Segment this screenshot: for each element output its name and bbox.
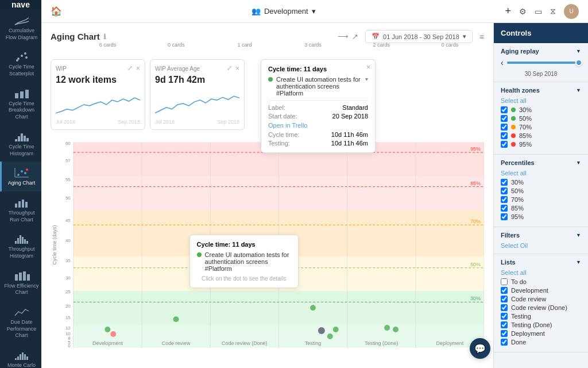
svg-text:Code review (Done): Code review (Done) [222,340,268,346]
sidebar-item-cumulative-flow[interactable]: Cumulative Flow Diagram [0,9,41,45]
chat-button[interactable]: 💬 [470,338,490,359]
info-icon[interactable]: ℹ [103,33,106,41]
health-zone-item-85[interactable]: 85% [501,132,581,139]
filters-title[interactable]: Filters ▼ [501,232,581,239]
health-zone-70-checkbox[interactable] [501,124,508,131]
svg-rect-26 [22,237,24,244]
sidebar-item-aging-chart[interactable]: Aging Chart [0,162,41,191]
tooltip-close-icon[interactable]: × [366,63,370,71]
team-selector[interactable]: 👥 Development ▾ [252,7,316,16]
wip-expand-icon[interactable]: ⤢ [127,64,133,72]
select-oil-button[interactable]: Select Oil [501,242,581,249]
sidebar-item-cycle-time-histogram[interactable]: Cycle Time Histogram [0,125,41,162]
health-zone-30-checkbox[interactable] [501,106,508,113]
percentile-85-checkbox[interactable] [501,205,508,212]
health-zones-select-all[interactable]: Select all [501,97,581,104]
sidebar-item-throughput-histogram[interactable]: Throughput Histogram [0,228,41,264]
list-todo-checkbox[interactable] [501,278,508,285]
wip-age-date-range: Jul 2018Sep 2018 [155,119,239,125]
list-item-development[interactable]: Development [501,287,581,294]
svg-rect-10 [21,133,23,141]
date-range-button[interactable]: 📅 01 Jun 2018 - 30 Sep 2018 ▾ [365,30,473,43]
aging-replay-chevron: ▼ [576,48,581,54]
wip-age-expand-icon[interactable]: ⤢ [227,64,232,72]
percentile-item-95[interactable]: 95% [501,213,581,220]
list-item-deployment[interactable]: Deployment [501,330,581,337]
histogram-icon [14,130,30,143]
percentiles-select-all[interactable]: Select all [501,170,581,177]
percentile-item-50[interactable]: 50% [501,187,581,194]
lists-chevron: ▼ [576,259,581,265]
replay-prev-button[interactable]: ‹ [501,58,504,67]
svg-text:Development: Development [92,340,123,346]
percentiles-title[interactable]: Percentiles ▼ [501,159,581,166]
replay-slider[interactable] [507,62,581,64]
tooltip-expand-icon[interactable]: ▾ [365,76,368,82]
svg-point-85 [384,325,390,331]
list-development-checkbox[interactable] [501,287,508,294]
home-button[interactable]: 🏠 [51,6,62,17]
list-code-review-done-checkbox[interactable] [501,304,508,311]
breakdown-icon [14,87,30,99]
list-item-testing[interactable]: Testing [501,313,581,320]
sidebar-item-flow-efficiency[interactable]: Flow Efficiency Chart [0,264,41,301]
tooltip-testing-val: 10d 11h 46m [331,140,368,147]
percentile-95-checkbox[interactable] [501,213,508,220]
list-item-todo[interactable]: To do [501,278,581,285]
tooltip-trello-link[interactable]: Open in Trello [268,122,307,129]
percentile-50-checkbox[interactable] [501,187,508,194]
lists-title[interactable]: Lists ▼ [501,259,581,266]
sidebar-item-cycle-time-breakdown[interactable]: Cycle Time Breakdown Chart [0,82,41,125]
list-code-review-checkbox[interactable] [501,296,508,302]
list-done-checkbox[interactable] [501,339,508,346]
monitor-button[interactable]: ▭ [535,7,542,16]
health-zone-item-95[interactable]: 95% [501,141,581,148]
replay-date: 30 Sep 2018 [501,71,581,77]
svg-rect-31 [23,271,26,281]
list-item-code-review[interactable]: Code review [501,296,581,302]
filter-button[interactable]: ⧖ [550,6,556,16]
line-chart-icon[interactable]: ⟶ [338,32,349,41]
list-deployment-checkbox[interactable] [501,330,508,337]
wip-close-icon[interactable]: × [136,64,140,72]
list-testing-checkbox[interactable] [501,313,508,320]
list-item-testing-done[interactable]: Testing (Done) [501,321,581,328]
percentile-70-checkbox[interactable] [501,196,508,203]
svg-text:70%: 70% [470,218,481,224]
lists-section: Lists ▼ Select all To do Development Cod… [494,254,588,352]
due-date-icon [14,305,30,318]
wip-age-close-icon[interactable]: × [235,64,239,72]
aging-replay-title[interactable]: Aging replay ▼ [501,48,581,55]
health-zone-95-checkbox[interactable] [501,141,508,148]
list-testing-done-checkbox[interactable] [501,321,508,328]
percentile-item-85[interactable]: 85% [501,205,581,212]
percentile-item-70[interactable]: 70% [501,196,581,203]
hamburger-menu-icon[interactable]: ≡ [479,32,484,41]
health-zone-50-checkbox[interactable] [501,115,508,122]
health-zones-title[interactable]: Health zones ▼ [501,87,581,94]
lists-select-all[interactable]: Select all [501,269,581,276]
sidebar-item-throughput-run[interactable]: Throughput Run Chart [0,191,41,228]
svg-point-17 [24,172,26,174]
sidebar-item-due-date[interactable]: Due Date Performance Chart [0,301,41,344]
sidebar-item-monte-carlo[interactable]: Monte Carlo Delivery Date [0,344,41,368]
svg-rect-19 [15,204,17,208]
app-logo[interactable]: nave [0,0,41,9]
health-zone-item-30[interactable]: 30% [501,106,581,113]
svg-point-79 [110,331,116,337]
health-zone-item-50[interactable]: 50% [501,115,581,122]
sidebar-item-cycle-time-scatterplot[interactable]: Cycle Time Scatterplot [0,45,41,82]
health-zone-item-70[interactable]: 70% [501,124,581,131]
user-avatar[interactable]: U [564,4,579,19]
scatter-chart-icon[interactable]: ↗ [352,32,358,41]
settings-button[interactable]: ⚙ [519,7,527,16]
percentile-30-checkbox[interactable] [501,179,508,186]
tooltip-startdate-key: Start date: [268,113,297,120]
list-item-code-review-done[interactable]: Code review (Done) [501,304,581,311]
wip-date-range: Jul 2018Sep 2018 [56,119,140,125]
health-zone-70-dot [511,125,516,129]
percentile-item-30[interactable]: 30% [501,179,581,186]
health-zone-85-checkbox[interactable] [501,132,508,139]
add-button[interactable]: + [505,5,511,17]
list-item-done[interactable]: Done [501,339,581,346]
